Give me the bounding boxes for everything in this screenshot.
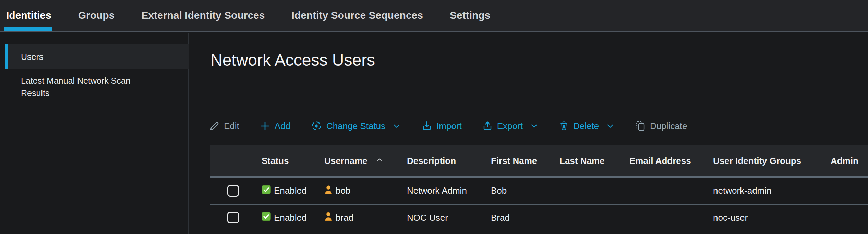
plus-icon xyxy=(260,121,270,131)
edit-label: Edit xyxy=(224,121,239,131)
delete-label: Delete xyxy=(573,121,599,131)
status-cell: Enabled xyxy=(262,212,324,223)
export-icon xyxy=(482,121,493,131)
page-title: Network Access Users xyxy=(210,51,375,69)
duplicate-label: Duplicate xyxy=(650,121,687,131)
first-name-text: Brad xyxy=(491,212,510,223)
column-header-description[interactable]: Description xyxy=(407,156,491,166)
first-name-text: Bob xyxy=(491,185,507,196)
chevron-down-icon xyxy=(530,121,539,130)
user-identity-groups-cell: noc-user xyxy=(713,212,831,223)
trash-icon xyxy=(559,121,569,131)
enabled-check-icon xyxy=(262,185,271,197)
tab-settings[interactable]: Settings xyxy=(450,0,490,31)
username-cell: bob xyxy=(324,185,407,197)
duplicate-button[interactable]: Duplicate xyxy=(635,120,687,131)
username-text: brad xyxy=(336,212,353,223)
tab-identities[interactable]: Identities xyxy=(6,0,51,31)
status-cell: Enabled xyxy=(262,185,324,197)
import-button[interactable]: Import xyxy=(422,121,462,131)
column-header-status[interactable]: Status xyxy=(262,156,324,166)
import-icon xyxy=(422,121,432,131)
column-header-user-identity-groups[interactable]: User Identity Groups xyxy=(713,156,831,166)
column-header-email-address[interactable]: Email Address xyxy=(629,156,713,166)
first-name-cell: Brad xyxy=(491,212,559,223)
row-checkbox-cell xyxy=(210,185,262,197)
export-button[interactable]: Export xyxy=(482,121,539,131)
column-header-first-name[interactable]: First Name xyxy=(491,156,559,166)
chevron-down-icon xyxy=(392,121,401,130)
chevron-down-icon xyxy=(606,121,615,130)
groups-text: noc-user xyxy=(713,212,748,223)
row-checkbox-cell xyxy=(210,212,262,223)
sort-ascending-icon xyxy=(376,156,383,166)
table-row-brad[interactable]: Enabled brad NOC User Brad noc-user xyxy=(210,204,868,230)
add-button[interactable]: Add xyxy=(260,121,290,131)
sidebar-item-users[interactable]: Users xyxy=(5,44,189,69)
user-identity-groups-cell: network-admin xyxy=(713,185,831,196)
column-header-label: Username xyxy=(324,156,367,166)
pencil-icon xyxy=(209,121,219,131)
groups-text: network-admin xyxy=(713,185,772,196)
tab-identity-source-sequences[interactable]: Identity Source Sequences xyxy=(292,0,423,31)
description-cell: NOC User xyxy=(407,212,491,223)
user-icon xyxy=(324,211,333,224)
column-header-username[interactable]: Username xyxy=(324,156,407,166)
delete-button[interactable]: Delete xyxy=(559,121,615,131)
user-icon xyxy=(324,185,333,197)
column-header-label: Admin xyxy=(831,156,858,166)
username-cell: brad xyxy=(324,211,407,224)
column-header-label: Email Address xyxy=(629,156,691,166)
enabled-check-icon xyxy=(262,212,271,223)
change-status-label: Change Status xyxy=(326,121,385,131)
table-row-bob[interactable]: Enabled bob Network Admin Bob network-ad… xyxy=(210,178,868,204)
table-header-row: Status Username Description First Name L… xyxy=(210,145,868,178)
row-checkbox[interactable] xyxy=(227,212,239,223)
first-name-cell: Bob xyxy=(491,185,559,196)
sidebar-item-latest-manual-network-scan-results[interactable]: Latest Manual Network Scan Results xyxy=(21,75,151,99)
edit-button[interactable]: Edit xyxy=(209,121,239,131)
column-header-label: Last Name xyxy=(559,156,605,166)
main-content: Network Access Users Edit Add xyxy=(189,33,868,234)
username-text: bob xyxy=(336,185,350,196)
duplicate-icon xyxy=(635,120,646,131)
tab-external-identity-sources[interactable]: External Identity Sources xyxy=(141,0,265,31)
column-header-label: Description xyxy=(407,156,456,166)
column-header-admin[interactable]: Admin xyxy=(831,156,868,166)
users-table: Status Username Description First Name L… xyxy=(210,145,868,230)
sidebar: Users Latest Manual Network Scan Results xyxy=(0,33,189,234)
tab-groups[interactable]: Groups xyxy=(78,0,115,31)
export-label: Export xyxy=(497,121,523,131)
column-header-label: User Identity Groups xyxy=(713,156,801,166)
status-text: Enabled xyxy=(274,185,306,196)
import-label: Import xyxy=(436,121,462,131)
column-header-last-name[interactable]: Last Name xyxy=(559,156,629,166)
description-cell: Network Admin xyxy=(407,185,491,196)
description-text: NOC User xyxy=(407,212,448,223)
top-tab-bar: Identities Groups External Identity Sour… xyxy=(0,0,868,32)
column-header-label: First Name xyxy=(491,156,537,166)
status-text: Enabled xyxy=(274,212,306,223)
add-label: Add xyxy=(275,121,290,131)
description-text: Network Admin xyxy=(407,185,467,196)
change-status-icon xyxy=(311,120,322,131)
change-status-button[interactable]: Change Status xyxy=(311,120,401,131)
column-header-label: Status xyxy=(262,156,289,166)
row-checkbox[interactable] xyxy=(227,185,239,197)
sidebar-item-label: Latest Manual Network Scan Results xyxy=(21,76,131,98)
sidebar-item-label: Users xyxy=(21,52,43,62)
table-toolbar: Edit Add Change Status xyxy=(209,120,687,131)
